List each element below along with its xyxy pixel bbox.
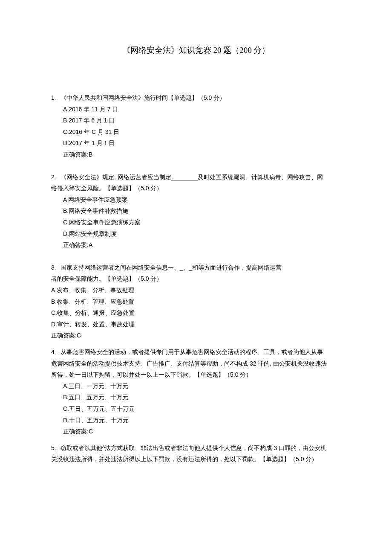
option-a: A.三日、一万元、十万元 [51,381,341,392]
correct-answer: 正确答案:C [51,426,341,437]
option-c: C.五日、五万元、五十万元 [51,403,341,415]
correct-answer: 正确答案:A [51,239,341,251]
option-b: B.收集、分析、管理、应急处置 [51,296,341,308]
document-title: 《网络安全法》知识竞赛 20 题（200 分） [51,43,341,58]
correct-answer: 正确答案:C [51,330,341,341]
question-stem: 3、国家支持网络运营者之间在网络安全信息一、_、_和等方面进行合作，提高网络运营 [51,262,341,273]
correct-answer: 正确答案:B [51,149,341,160]
question-stem: 者的安全保障能力。【单选题】（5.0 分） [51,273,341,285]
option-a: A.发布、收集、分析、事故处理 [51,285,341,296]
question-4: 4、从事危害网络安全的活动，或者提供专门用于从事危害网络安全活动的程序、工具，或… [51,346,341,437]
question-stem: 络侵入等安全风险。【单选题】（5.0 分） [51,183,341,194]
document-page: 《网络安全法》知识竞赛 20 题（200 分） 1、《中华人民共和国网络安全法》… [0,0,392,555]
question-3: 3、国家支持网络运营者之间在网络安全信息一、_、_和等方面进行合作，提高网络运营… [51,262,341,341]
option-a: A 网络安全事件应急预案 [51,194,341,206]
question-2: 2、《网络安全法》规定, 网络运营者应当制定________及时处置系统漏洞、计… [51,171,341,251]
question-1: 1、《中华人民共和国网络安全法》施行时间【单选题】（5.0 分） A.2016 … [51,92,341,160]
question-stem: 5、窃取或者以其他^法方式获取、非法出售或者非法向他人提供个人信息，尚不构成 3… [51,442,341,454]
option-a: A.2016 年 11 月 7 日 [51,104,341,115]
option-d: D.十日、五万元、十万元 [51,415,341,426]
option-b: B.网络安全事件补救措施 [51,205,341,217]
option-d: D.网站安全规章制度 [51,228,341,240]
question-stem: 1、《中华人民共和国网络安全法》施行时间【单选题】（5.0 分） [51,92,341,104]
option-c: C.收集、分析、通报、应急处置 [51,307,341,319]
question-5: 5、窃取或者以其他^法方式获取、非法出售或者非法向他人提供个人信息，尚不构成 3… [51,442,341,465]
option-c: C.2016 年 C 月 31 日 [51,126,341,138]
option-d: D.审计、转发、处置、事故处理 [51,319,341,330]
option-d: D.2017 年 1 月！日 [51,137,341,149]
question-stem: 2、《网络安全法》规定, 网络运营者应当制定________及时处置系统漏洞、计… [51,171,341,183]
question-stem: 所得，处一日以下拘留，可以并处一以上一以下罚款。【单选题】（5.0 分） [51,369,341,381]
question-stem: 危害网络安全的活动提供技术支持、广告推广、支付结算等帮助，尚不构成 32 罪的,… [51,358,341,369]
option-c: C 网络安全事件应急演练方案 [51,217,341,228]
option-b: B.2017 年 6 月 1 日 [51,115,341,126]
question-stem: 4、从事危害网络安全的活动，或者提供专门用于从事危害网络安全活动的程序、工具，或… [51,346,341,358]
option-b: B.五日、五万元、十万元 [51,392,341,403]
question-stem: 关没收违法所得，并处违法所得以上以下罚款，没有违法所得的，处以下罚款。【单选题】… [51,453,341,465]
